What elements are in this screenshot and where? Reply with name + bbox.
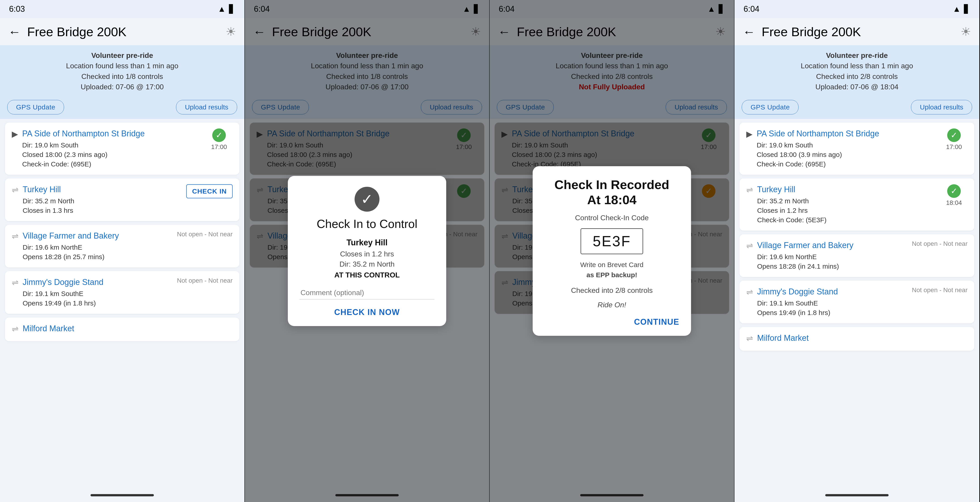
- time-4: 6:04: [743, 4, 759, 14]
- control-name-1: Turkey Hill: [22, 184, 182, 194]
- back-button-1[interactable]: ←: [8, 24, 21, 39]
- checkin-code-box: 5E3F: [581, 229, 643, 254]
- control-card-1: ⇌ Turkey Hill Dir: 35.2 m North Closes i…: [5, 178, 239, 221]
- home-bar-4: [825, 494, 889, 496]
- control-detail2-1: Closes in 1.3 hrs: [22, 206, 182, 215]
- filter-icon-1: ⇌: [12, 185, 19, 195]
- screen-4: 6:04 ▲ ▋ ← Free Bridge 200K ☀ Volunteer …: [735, 0, 979, 502]
- control-detail2-3: Opens 19:49 (in 1.8 hrs): [22, 299, 173, 308]
- control-detail3-4-0: Check-in Code: (695E): [757, 159, 936, 169]
- control-card-4: ⇌ Milford Market: [5, 318, 239, 341]
- filter-icon-4-2: ⇌: [746, 241, 753, 251]
- modal-overlay-2: ✓ Check In to Control Turkey Hill Closes…: [245, 0, 489, 502]
- control-info-2: Village Farmer and Bakery Dir: 19.6 km N…: [22, 230, 173, 262]
- control-card-4-3: ⇌ Jimmy's Doggie Stand Dir: 19.1 km Sout…: [740, 281, 974, 323]
- play-icon-4-0: ▶: [746, 129, 752, 139]
- control-right-4-2: Not open - Not near: [912, 240, 967, 247]
- banner-line3-4: Checked into 2/8 controls: [743, 71, 970, 82]
- control-info-4-3: Jimmy's Doggie Stand Dir: 19.1 km SouthE…: [757, 286, 908, 318]
- home-bar-1: [91, 494, 154, 496]
- control-detail1-1: Dir: 35.2 m North: [22, 196, 182, 206]
- modal-title: Check In to Control: [317, 217, 417, 230]
- control-right-0: ✓ 17:00: [205, 129, 232, 151]
- upload-results-btn-1[interactable]: Upload results: [176, 100, 237, 114]
- app-title-1: Free Bridge 200K: [27, 24, 219, 39]
- banner-line2-1: Location found less than 1 min ago: [9, 60, 235, 71]
- control-card-2: ⇌ Village Farmer and Bakery Dir: 19.6 km…: [5, 225, 239, 267]
- filter-icon-4-4: ⇌: [746, 334, 753, 343]
- control-card-0: ▶ PA Side of Northampton St Bridge Dir: …: [5, 122, 239, 175]
- modal-overlay-3: Check In Recorded At 18:04 Control Check…: [490, 0, 734, 502]
- banner-line1-4: Volunteer pre-ride: [743, 50, 970, 60]
- recorded-title: Check In Recorded At 18:04: [554, 177, 669, 207]
- control-detail2-2: Opens 18:28 (in 25.7 mins): [22, 252, 173, 262]
- control-detail1-2: Dir: 19.6 km NorthE: [22, 243, 173, 252]
- back-button-4[interactable]: ←: [743, 24, 755, 39]
- app-bar-1: ← Free Bridge 200K ☀: [0, 18, 244, 45]
- control-right-1: CHECK IN: [186, 184, 232, 198]
- control-info-0: PA Side of Northampton St Bridge Dir: 19…: [22, 129, 201, 169]
- checked-into-count: Checked into 2/8 controls: [571, 285, 652, 295]
- info-banner-4: Volunteer pre-ride Location found less t…: [735, 45, 979, 96]
- control-card-4-0: ▶ PA Side of Northampton St Bridge Dir: …: [740, 122, 974, 175]
- banner-line2-4: Location found less than 1 min ago: [743, 60, 970, 71]
- control-name-4: Milford Market: [22, 323, 232, 334]
- control-detail1-0: Dir: 19.0 km South: [22, 140, 201, 150]
- status-bar-1: 6:03 ▲ ▋: [0, 0, 244, 18]
- home-indicator-1: [0, 488, 244, 502]
- not-open-label-2: Not open - Not near: [177, 230, 232, 238]
- info-banner-1: Volunteer pre-ride Location found less t…: [0, 45, 244, 96]
- control-right-4-1: ✓ 18:04: [940, 184, 967, 207]
- gps-update-btn-4[interactable]: GPS Update: [742, 100, 799, 114]
- check-icon-4-0: ✓: [947, 129, 961, 142]
- modal-closes-in: Closes in 1.2 hrs: [334, 249, 399, 259]
- app-title-4: Free Bridge 200K: [762, 24, 954, 39]
- status-icons-4: ▲ ▋: [953, 4, 970, 14]
- control-info-4-2: Village Farmer and Bakery Dir: 19.6 km N…: [757, 240, 908, 271]
- control-name-4-2: Village Farmer and Bakery: [757, 240, 908, 250]
- comment-input[interactable]: [299, 286, 434, 299]
- gps-update-btn-1[interactable]: GPS Update: [7, 100, 64, 114]
- button-row-4: GPS Update Upload results: [735, 96, 979, 119]
- time-label-4-1: 18:04: [946, 199, 962, 207]
- control-card-4-4: ⇌ Milford Market: [740, 327, 974, 351]
- button-row-1: GPS Update Upload results: [0, 96, 244, 119]
- control-name-4-3: Jimmy's Doggie Stand: [757, 286, 908, 297]
- status-icons-1: ▲ ▋: [218, 4, 235, 14]
- filter-icon-4-3: ⇌: [746, 288, 753, 297]
- screen-3: 6:04 ▲ ▋ ← Free Bridge 200K ☀ Volunteer …: [490, 0, 735, 502]
- control-detail1-3: Dir: 19.1 km SouthE: [22, 289, 173, 299]
- control-detail3-0: Check-in Code: (695E): [22, 159, 201, 169]
- control-detail2-4-1: Closes in 1.2 hrs: [757, 206, 936, 215]
- check-in-button-1[interactable]: CHECK IN: [186, 184, 232, 198]
- controls-list-4: ▶ PA Side of Northampton St Bridge Dir: …: [735, 119, 979, 488]
- control-name-4-4: Milford Market: [757, 333, 967, 343]
- control-detail2-4-0: Closed 18:00 (3.9 mins ago): [757, 150, 936, 159]
- control-detail1-4-3: Dir: 19.1 km SouthE: [757, 299, 908, 308]
- modal-control-name: Turkey Hill: [334, 236, 399, 249]
- theme-icon-4[interactable]: ☀: [961, 25, 971, 38]
- control-right-2: Not open - Not near: [177, 230, 232, 238]
- modal-check-icon: ✓: [355, 187, 379, 212]
- theme-icon-1[interactable]: ☀: [226, 25, 236, 38]
- wifi-icon-1: ▲: [218, 4, 226, 14]
- filter-icon-2: ⇌: [12, 232, 19, 241]
- not-open-label-3: Not open - Not near: [177, 277, 232, 284]
- control-detail2-4-3: Opens 19:49 (in 1.8 hrs): [757, 308, 908, 318]
- recorded-modal: Check In Recorded At 18:04 Control Check…: [533, 166, 691, 336]
- continue-button[interactable]: CONTINUE: [634, 317, 679, 327]
- control-card-3: ⇌ Jimmy's Doggie Stand Dir: 19.1 km Sout…: [5, 271, 239, 314]
- wifi-icon-4: ▲: [953, 4, 961, 14]
- filter-icon-4-1: ⇌: [746, 185, 753, 195]
- time-label-0: 17:00: [211, 143, 227, 151]
- code-label: Control Check-In Code: [575, 213, 649, 223]
- ride-on-text: Ride On!: [598, 301, 626, 309]
- banner-line4-1: Uploaded: 07-06 @ 17:00: [9, 82, 235, 92]
- control-name-4-0: PA Side of Northampton St Bridge: [757, 129, 936, 138]
- control-detail2-0: Closed 18:00 (2.3 mins ago): [22, 150, 201, 159]
- check-icon-4-1: ✓: [947, 184, 961, 198]
- not-open-label-4-2: Not open - Not near: [912, 240, 967, 247]
- check-in-now-button[interactable]: CHECK IN NOW: [334, 308, 400, 317]
- upload-results-btn-4[interactable]: Upload results: [911, 100, 972, 114]
- screen-1: 6:03 ▲ ▋ ← Free Bridge 200K ☀ Volunteer …: [0, 0, 245, 502]
